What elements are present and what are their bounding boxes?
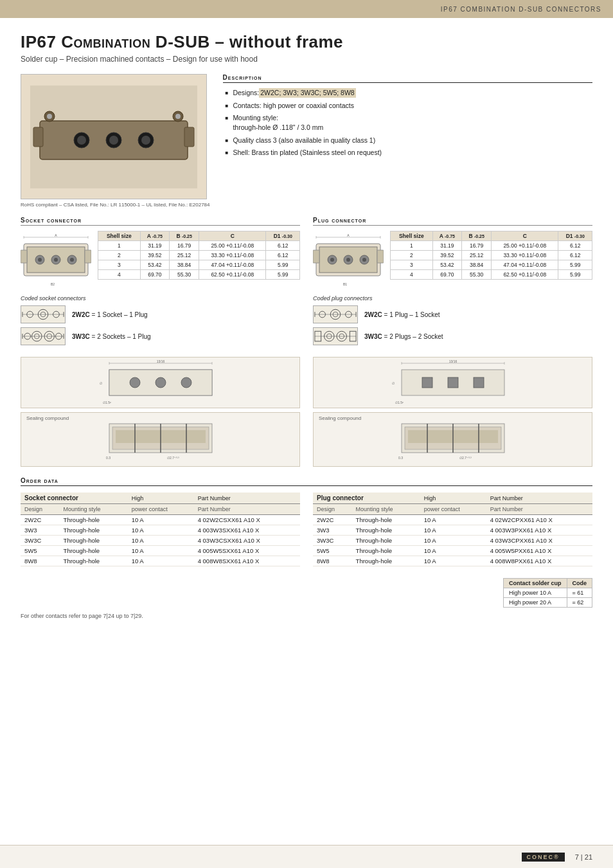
svg-text:B2: B2 xyxy=(51,282,55,286)
svg-point-7 xyxy=(77,136,86,145)
contact-code-row: High power 20 A= 62 xyxy=(503,598,592,608)
plug-dim-section: A B1 Shell size A -0.75 B -0.25 C xyxy=(313,231,592,290)
order-data-tables: Socket connector High Part Number Design… xyxy=(21,493,592,608)
footer-right: CONEC® 7 | 21 xyxy=(522,853,592,862)
svg-rect-13 xyxy=(184,127,194,147)
svg-text:13/16: 13/16 xyxy=(156,360,164,363)
socket-symbol-2w2c xyxy=(21,305,66,323)
socket-col-mounting: Mounting style xyxy=(60,504,128,515)
socket-order-row: 3W3Through-hole10 A4 003W3SXX61 A10 X xyxy=(21,525,300,536)
plug-connector-title: Plug connector xyxy=(313,217,592,226)
plug-sealing-diagram: Sealing compound 0.3 ∅2.7⁺⁰·⁵ xyxy=(313,412,592,467)
socket-connector-col: Socket connector xyxy=(21,217,300,349)
plug-symbol-3w3c xyxy=(313,327,358,345)
socket-plug-main: Socket connector xyxy=(21,217,592,349)
plug-order-table: Plug connector High Part Number Design M… xyxy=(313,493,592,566)
order-data-section: Order data Socket connector High Part Nu… xyxy=(21,477,592,619)
plug-dim-row: 353.4238.8447.04 +0.11/-0.085.99 xyxy=(391,260,592,270)
contact-code-row: High power 10 A= 61 xyxy=(503,588,592,598)
socket-sealing-label: Sealing compound xyxy=(26,415,69,421)
socket-col-partnum: Part Number xyxy=(194,504,300,515)
plug-symbol-2w2c xyxy=(313,305,358,323)
plug-th-a: A -0.75 xyxy=(432,231,462,241)
svg-rect-95 xyxy=(448,377,458,388)
svg-point-17 xyxy=(38,258,42,262)
socket-dim-section: A B2 Shell size A -0.75 B -0.25 C xyxy=(21,231,300,290)
plug-order-col: Plug connector High Part Number Design M… xyxy=(313,493,592,608)
svg-text:∅: ∅ xyxy=(100,381,102,385)
coded-socket-title: Coded socket connectors xyxy=(21,295,300,302)
conec-logo: CONEC® xyxy=(522,853,565,862)
connector-svg xyxy=(30,86,197,188)
svg-text:∅1.5²: ∅1.5² xyxy=(395,401,404,404)
socket-partnum-header: Part Number xyxy=(194,493,300,504)
socket-order-table: Socket connector High Part Number Design… xyxy=(21,493,300,566)
plug-th-shell: Shell size xyxy=(391,231,433,241)
plug-dim-row: 239.5225.1233.30 +0.11/-0.086.12 xyxy=(391,251,592,260)
socket-th-shell: Shell size xyxy=(98,231,141,241)
socket-order-row: 5W5Through-hole10 A4 005W5SXX61 A10 X xyxy=(21,546,300,556)
plug-order-row: 3W3CThrough-hole10 A4 03W3CPXX61 A10 X xyxy=(313,536,592,546)
page-number: 7 | 21 xyxy=(575,853,592,861)
cross-section-diagrams: 13/16 ∅ ∅1.5² Sealing compound xyxy=(21,357,592,469)
contact-code-table: Contact solder cup Code High power 10 A=… xyxy=(503,578,592,608)
svg-point-9 xyxy=(109,136,118,145)
svg-point-78 xyxy=(181,377,191,388)
socket-sealing-svg: 0.3 ∅2.7⁺⁰·⁵ xyxy=(103,417,218,462)
socket-code-2w2c-row: 2W2C = 1 Socket – 1 Plug xyxy=(21,305,300,323)
page-main-title: IP67 Combination D-SUB – without frame xyxy=(21,32,343,51)
svg-text:∅2.7⁺⁰·⁵: ∅2.7⁺⁰·⁵ xyxy=(459,456,472,460)
plug-dim-row: 469.7055.3062.50 +0.11/-0.085.99 xyxy=(391,270,592,280)
plug-dim-row: 131.1916.7925.00 +0.11/-0.086.12 xyxy=(391,241,592,251)
socket-col-power: power contact xyxy=(128,504,194,515)
socket-dim-row: 469.7055.3062.50 +0.11/-0.085.99 xyxy=(98,270,300,280)
plug-order-header: Plug connector xyxy=(313,493,420,504)
socket-code-3w3c-row: 3W3C = 2 Sockets – 1 Plug xyxy=(21,327,300,345)
svg-rect-54 xyxy=(377,250,384,263)
svg-text:∅2.7⁺⁰·⁵: ∅2.7⁺⁰·⁵ xyxy=(167,456,179,460)
plug-cross-section-col: 13/16 ∅ ∅1.5² Sealing compound 0.3 ∅2.7⁺… xyxy=(313,357,592,469)
svg-text:B1: B1 xyxy=(343,282,347,286)
plug-order-row: 2W2CThrough-hole10 A4 02W2CPXX61 A10 X xyxy=(313,515,592,525)
page-content: IP67 Combination D-SUB – without frame S… xyxy=(0,18,613,632)
desc-item-designs: Designs: 2W2C; 3W3; 3W3C; 5W5; 8W8 xyxy=(226,88,592,98)
svg-text:∅1.5²: ∅1.5² xyxy=(103,401,111,404)
plug-col-design: Design xyxy=(313,504,352,515)
socket-dim-row: 353.4238.8447.04 +0.11/-0.085.99 xyxy=(98,260,300,270)
socket-order-row: 3W3CThrough-hole10 A4 03W3CSXX61 A10 X xyxy=(21,536,300,546)
svg-point-5 xyxy=(175,114,181,119)
socket-dim-table-wrap: Shell size A -0.75 B -0.25 C D1 -0.30 13… xyxy=(98,231,300,290)
svg-point-48 xyxy=(330,258,334,262)
svg-point-50 xyxy=(346,258,350,262)
footer: CONEC® 7 | 21 xyxy=(0,845,613,868)
plug-dim-table: Shell size A -0.75 B -0.25 C D1 -0.30 13… xyxy=(390,231,592,280)
socket-dim-diagram: A B2 xyxy=(21,231,91,290)
socket-order-row: 8W8Through-hole10 A4 008W8SXX61 A10 X xyxy=(21,556,300,566)
desc-item-contacts: Contacts: high power or coaxial contacts xyxy=(226,101,592,111)
socket-sealing-diagram: Sealing compound 0.3 ∅2.7⁺⁰·⁵ xyxy=(21,412,300,467)
plug-order-row: 5W5Through-hole10 A4 005W5PXX61 A10 X xyxy=(313,546,592,556)
description-box: Description Designs: 2W2C; 3W3; 3W3C; 5W… xyxy=(223,74,592,208)
socket-col-design: Design xyxy=(21,504,60,515)
socket-order-header: Socket connector xyxy=(21,493,128,504)
plug-code-3w3c-row: 3W3C = 2 Plugs – 2 Socket xyxy=(313,327,592,345)
plug-th-b: B -0.25 xyxy=(462,231,492,241)
plug-col-power: power contact xyxy=(420,504,486,515)
svg-point-76 xyxy=(130,377,140,388)
plug-col-mounting: Mounting style xyxy=(352,504,420,515)
plug-sealing-svg: 0.3 ∅2.7⁺⁰·⁵ xyxy=(395,417,511,462)
socket-th-a: A -0.75 xyxy=(140,231,170,241)
plug-code-2w2c-row: 2W2C = 1 Plug – 1 Socket xyxy=(313,305,592,323)
svg-point-11 xyxy=(141,136,150,145)
plug-th-c: C xyxy=(492,231,558,241)
description-title: Description xyxy=(223,74,592,83)
socket-symbol-3w3c xyxy=(21,327,66,345)
svg-text:A: A xyxy=(55,233,57,237)
product-image xyxy=(21,74,207,199)
svg-text:0.3: 0.3 xyxy=(398,456,403,460)
header-title: IP67 Combination D-SUB Connectors xyxy=(441,6,601,13)
socket-cross-section-col: 13/16 ∅ ∅1.5² Sealing compound xyxy=(21,357,300,469)
plug-connector-col: Plug connector xyxy=(313,217,592,349)
plug-sealing-label: Sealing compound xyxy=(319,415,361,421)
socket-high-header: High xyxy=(128,493,194,504)
